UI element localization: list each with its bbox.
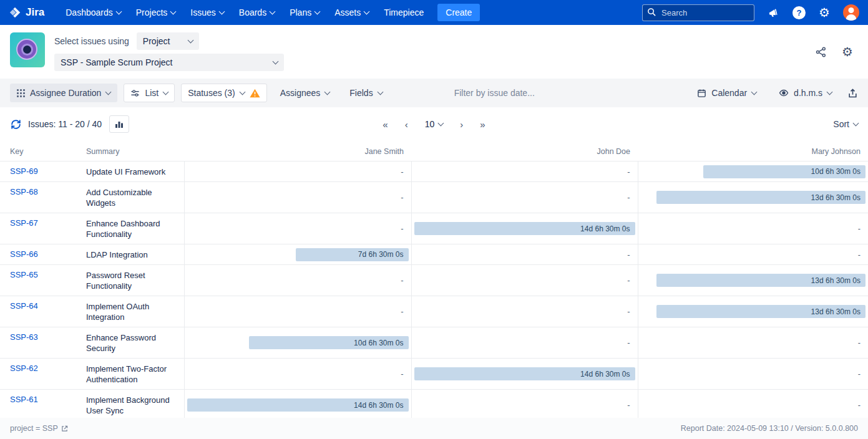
duration-cell: - [184,265,411,296]
assignees-filter-button[interactable]: Assignees [273,84,337,102]
duration-cell: - [638,359,868,390]
issue-key-link[interactable]: SSP-69 [10,166,38,176]
report-table-body: SSP-69Update UI Framework--10d 6h 30m 0s… [0,162,868,418]
report-type-button[interactable]: Assignee Duration [10,84,117,102]
fields-button[interactable]: Fields [343,84,389,102]
duration-bar: 10d 6h 30m 0s [249,336,409,349]
prev-page-button[interactable]: ‹ [405,119,408,130]
chevron-down-icon [438,120,444,127]
settings-gear-icon[interactable]: ⚙ [819,6,830,19]
duration-bar: 14d 6h 30m 0s [414,367,635,380]
issue-source-mode-select[interactable]: Project [137,32,199,50]
duration-cell: - [411,390,638,418]
create-button[interactable]: Create [437,4,480,21]
chevron-down-icon [364,9,370,15]
duration-cell: - [184,213,411,244]
empty-duration: - [187,276,409,285]
calendar-button[interactable]: Calendar [690,84,763,102]
sort-button[interactable]: Sort [833,119,858,129]
nav-item-projects[interactable]: Projects [129,0,183,25]
nav-item-boards[interactable]: Boards [232,0,282,25]
nav-item-dashboards[interactable]: Dashboards [58,0,129,25]
chevron-down-icon [163,89,169,95]
nav-item-label: Issues [190,7,215,17]
empty-duration: - [187,224,409,233]
table-header-row: Key Summary Jane Smith John Doe Mary Joh… [0,141,868,162]
issue-summary: Enhance Dashboard Functionality [81,213,184,244]
jira-home-link[interactable]: Jira [9,6,44,19]
last-page-button[interactable]: » [480,119,485,130]
chart-view-button[interactable] [109,115,129,133]
report-settings-gear-icon[interactable]: ⚙ [842,46,853,58]
nav-item-assets[interactable]: Assets [327,0,376,25]
empty-duration: - [414,276,635,285]
duration-bar: 10d 6h 30m 0s [703,165,866,178]
report-version-info: Report Date: 2024-05-09 13:10 / Version:… [681,424,858,433]
nav-item-plans[interactable]: Plans [282,0,327,25]
issue-key-link[interactable]: SSP-66 [10,249,38,259]
report-type-label: Assignee Duration [30,88,101,98]
assignees-label: Assignees [280,88,321,98]
page: Jira DashboardsProjectsIssuesBoardsPlans… [0,0,868,439]
next-page-button[interactable]: › [460,119,463,130]
issue-key-link[interactable]: SSP-67 [10,218,38,228]
issue-key-link[interactable]: SSP-68 [10,187,38,196]
empty-duration: - [187,167,409,176]
chevron-down-icon [315,9,321,15]
nav-item-timepiece[interactable]: Timepiece [376,0,431,25]
project-select[interactable]: SSP - Sample Scrum Project [54,54,284,71]
issue-key-link[interactable]: SSP-65 [10,270,38,279]
external-link-icon[interactable] [61,425,68,432]
issue-key-link[interactable]: SSP-62 [10,364,38,373]
export-icon[interactable] [847,88,858,99]
user-avatar[interactable] [843,4,859,21]
table-row: SSP-61Implement Background User Sync14d … [0,390,868,418]
search-input[interactable] [642,4,754,21]
issue-key-link[interactable]: SSP-64 [10,301,38,311]
search-icon [647,7,656,17]
duration-cell: 13d 6h 30m 0s [638,296,868,327]
nav-item-issues[interactable]: Issues [183,0,231,25]
duration-cell: 10d 6h 30m 0s [638,162,868,182]
issue-source-selects: Select issues using Project SSP - Sample… [54,32,284,71]
empty-duration: - [187,369,409,379]
select-issues-label: Select issues using [54,36,129,46]
issue-key-link[interactable]: SSP-61 [10,395,38,404]
table-row: SSP-62Implement Two-Factor Authenticatio… [0,359,868,390]
empty-duration: - [641,250,866,259]
statuses-label: Statuses (3) [188,88,235,98]
layout-button[interactable]: List [124,84,175,102]
empty-duration: - [187,307,409,316]
duration-format-button[interactable]: d.h.m.s [772,84,839,102]
timepiece-app-icon [10,32,45,67]
chevron-down-icon [377,89,383,95]
megaphone-icon[interactable] [768,7,779,19]
issue-date-filter-input[interactable] [453,87,574,99]
fields-label: Fields [349,88,373,98]
app-header: Select issues using Project SSP - Sample… [0,25,868,79]
issue-summary: Enhance Password Security [81,327,184,359]
issue-summary: Password Reset Functionality [81,265,184,296]
nav-item-label: Plans [290,7,311,17]
brand-name: Jira [26,6,44,19]
help-icon[interactable]: ? [792,6,806,19]
duration-bar: 13d 6h 30m 0s [656,274,866,287]
first-page-button[interactable]: « [383,119,388,130]
issue-summary: LDAP Integration [81,244,184,265]
empty-duration: - [641,369,866,379]
sort-label: Sort [833,119,849,129]
refresh-icon[interactable] [10,118,22,130]
share-icon[interactable] [815,46,827,58]
duration-cell: 13d 6h 30m 0s [638,265,868,296]
duration-cell: - [184,162,411,182]
page-size-select[interactable]: 10 [425,119,444,129]
global-search[interactable] [642,4,754,21]
warning-icon [250,89,260,98]
statuses-filter-button[interactable]: Statuses (3) [181,84,266,102]
issue-key-link[interactable]: SSP-63 [10,332,38,342]
chevron-down-icon [187,37,193,44]
issue-summary: Implement OAuth Integration [81,296,184,327]
project-select-value: SSP - Sample Scrum Project [61,57,172,67]
grid-icon [17,89,25,97]
duration-cell: 10d 6h 30m 0s [184,327,411,359]
